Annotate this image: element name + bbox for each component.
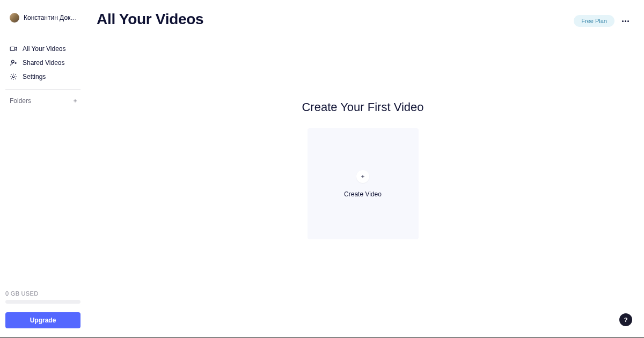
sidebar-item-shared-videos[interactable]: Shared Videos (0, 56, 86, 70)
sidebar: Константин Докуч... All Your Videos Shar… (0, 0, 86, 338)
dots-icon (622, 20, 624, 22)
video-icon (10, 45, 17, 53)
empty-state: Create Your First Video Create Video (97, 100, 629, 239)
person-share-icon (10, 59, 17, 67)
more-menu-button[interactable] (622, 20, 629, 22)
folders-header: Folders (0, 90, 86, 108)
storage-used-label: 0 GB USED (5, 290, 80, 297)
sidebar-item-label: All Your Videos (23, 45, 66, 53)
upgrade-button[interactable]: Upgrade (5, 312, 80, 328)
plus-circle-icon (356, 170, 369, 183)
sidebar-item-label: Shared Videos (23, 59, 65, 67)
main-content: All Your Videos Free Plan Create Your Fi… (86, 0, 644, 338)
create-video-label: Create Video (344, 190, 382, 198)
help-icon: ? (624, 317, 628, 323)
empty-state-title: Create Your First Video (302, 100, 423, 114)
sidebar-footer: 0 GB USED Upgrade (0, 290, 86, 338)
svg-point-1 (12, 60, 14, 63)
header-actions: Free Plan (574, 15, 629, 27)
gear-icon (10, 73, 17, 80)
user-menu[interactable]: Константин Докуч... (0, 13, 86, 27)
user-name: Константин Докуч... (24, 14, 77, 21)
plan-badge[interactable]: Free Plan (574, 15, 614, 27)
sidebar-item-label: Settings (23, 73, 46, 80)
svg-rect-0 (10, 47, 14, 51)
sidebar-item-settings[interactable]: Settings (0, 70, 86, 84)
nav-list: All Your Videos Shared Videos Settings (0, 42, 86, 84)
help-button[interactable]: ? (619, 313, 632, 326)
sidebar-item-all-videos[interactable]: All Your Videos (0, 42, 86, 56)
header: All Your Videos Free Plan (97, 11, 629, 28)
avatar (10, 13, 19, 23)
add-folder-button[interactable] (72, 98, 78, 104)
storage-progress-bar (5, 300, 80, 304)
page-title: All Your Videos (97, 11, 203, 28)
folders-label: Folders (10, 97, 31, 105)
svg-point-2 (12, 76, 14, 78)
create-video-card[interactable]: Create Video (308, 128, 419, 239)
